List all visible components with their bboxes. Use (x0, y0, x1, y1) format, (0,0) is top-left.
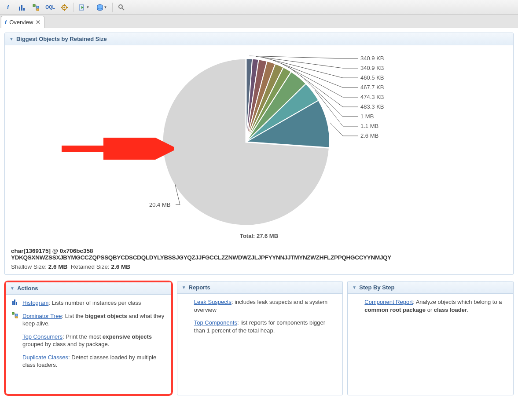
bold-text: class loader (434, 307, 467, 313)
search-icon (118, 4, 125, 11)
toolbar-query-browser-button[interactable]: ▼ (94, 2, 110, 13)
database-icon (96, 4, 103, 11)
link-component-report[interactable]: Component Report (364, 299, 413, 305)
action-dominator-tree: Dominator Tree: List the biggest objects… (11, 312, 166, 328)
retained-label: Retained Size: (71, 263, 110, 270)
toolbar-info-button[interactable]: i (2, 2, 14, 13)
collapse-icon: ▼ (9, 37, 14, 41)
link-duplicate-classes[interactable]: Duplicate Classes (22, 354, 68, 361)
panel-reports-header[interactable]: ▼ Reports (177, 281, 343, 294)
red-arrow-annotation (59, 138, 174, 160)
report-top-components: Top Components: list reports for compone… (183, 319, 338, 334)
tab-overview[interactable]: i Overview ✕ (1, 16, 44, 28)
action-histogram: Histogram: Lists number of instances per… (11, 299, 166, 307)
link-top-components[interactable]: Top Components (194, 319, 237, 326)
svg-text:20.4 MB: 20.4 MB (149, 201, 170, 208)
panel-title: Actions (17, 285, 38, 292)
shallow-value: 2.6 MB (48, 263, 68, 270)
tree-icon (12, 312, 18, 328)
chevron-down-icon: ▼ (104, 5, 107, 9)
svg-point-7 (63, 7, 65, 8)
section-header-biggest[interactable]: ▼ Biggest Objects by Retained Size (5, 33, 513, 45)
bold-text: expensive objects (103, 333, 152, 340)
section-body-biggest: 340.9 KB340.9 KB460.5 KB467.7 KB474.3 KB… (5, 45, 513, 274)
panel-step-body: Component Report: Analyze objects which … (348, 294, 513, 323)
svg-text:1 MB: 1 MB (360, 113, 374, 120)
shallow-label: Shallow Size: (11, 263, 47, 270)
svg-line-17 (122, 8, 124, 10)
svg-text:467.7 KB: 467.7 KB (360, 84, 384, 91)
close-icon[interactable]: ✕ (36, 19, 40, 26)
pie-chart-container: 340.9 KB340.9 KB460.5 KB467.7 KB474.3 KB… (11, 50, 507, 243)
svg-rect-2 (23, 8, 25, 11)
svg-rect-31 (16, 302, 17, 305)
svg-text:460.5 KB: 460.5 KB (360, 74, 384, 81)
svg-text:340.9 KB: 340.9 KB (360, 55, 384, 62)
svg-text:2.6 MB: 2.6 MB (360, 132, 378, 139)
bold-text: common root package (364, 307, 426, 313)
text: : Lists number of instances per class (48, 299, 141, 306)
object-info: char[1369175] @ 0x706bc358 YDKQSXNWZSSXJ… (11, 248, 507, 270)
text: grouped by class and by package. (22, 341, 109, 347)
toolbar-search-button[interactable] (115, 2, 128, 13)
panel-reports: ▼ Reports Leak Suspects: includes leak s… (177, 281, 343, 395)
svg-rect-29 (12, 301, 14, 305)
action-top-consumers: Top Consumers: Print the most expensive … (11, 333, 166, 348)
toolbar-settings-button[interactable] (58, 2, 70, 13)
text: . (467, 307, 469, 313)
svg-point-16 (119, 5, 122, 8)
toolbar-histogram-button[interactable] (16, 2, 28, 13)
svg-rect-33 (15, 314, 18, 316)
text: : Print the most (62, 333, 103, 340)
report-leak-suspects: Leak Suspects: includes leak suspects an… (183, 298, 338, 314)
text: : List the (62, 313, 85, 319)
collapse-icon: ▼ (182, 285, 186, 290)
link-top-consumers[interactable]: Top Consumers (22, 333, 62, 340)
bars-icon (18, 4, 26, 11)
step-component-report: Component Report: Analyze objects which … (353, 298, 508, 314)
text: or (426, 307, 434, 313)
section-title: Biggest Objects by Retained Size (16, 36, 107, 42)
toolbar: i OQL ▼ ▼ (0, 0, 518, 15)
tree-icon (33, 4, 40, 11)
content-area: ▼ Biggest Objects by Retained Size 340.9… (0, 28, 518, 400)
collapse-icon: ▼ (352, 285, 356, 290)
link-leak-suspects[interactable]: Leak Suspects (194, 299, 231, 305)
panel-actions-header[interactable]: ▼ Actions (6, 282, 171, 295)
text: : Analyze objects which belong to a (413, 299, 502, 305)
object-content-line: YDKQSXNWZSSXJBYMGCCZQPSSQBYCDSCDQLDYLYBS… (11, 254, 507, 261)
toolbar-dominator-tree-button[interactable] (30, 2, 42, 13)
svg-rect-1 (21, 5, 22, 11)
panel-reports-body: Leak Suspects: includes leak suspects an… (177, 294, 343, 344)
svg-rect-3 (33, 4, 35, 7)
run-icon (79, 4, 86, 11)
panel-actions: ▼ Actions Histogram: Lists number of ins… (4, 281, 173, 395)
object-sizes-line: Shallow Size: 2.6 MB Retained Size: 2.6 … (11, 263, 507, 270)
chevron-down-icon: ▼ (86, 5, 90, 9)
bars-icon (12, 299, 18, 307)
object-id-line: char[1369175] @ 0x706bc358 (11, 248, 507, 254)
bold-text: biggest objects (85, 313, 127, 319)
panel-title: Reports (189, 284, 210, 291)
oql-icon: OQL (45, 5, 55, 10)
svg-rect-0 (19, 7, 20, 11)
action-duplicate-classes: Duplicate Classes: Detect classes loaded… (11, 354, 166, 369)
toolbar-separator (73, 3, 73, 12)
toolbar-run-expert-button[interactable]: ▼ (76, 2, 92, 13)
panel-title: Step By Step (359, 284, 394, 291)
svg-rect-32 (12, 312, 14, 314)
toolbar-oql-button[interactable]: OQL (44, 2, 56, 13)
svg-rect-34 (15, 317, 18, 318)
chart-total-label: Total: 27.6 MB (11, 233, 507, 239)
link-histogram[interactable]: Histogram (22, 299, 48, 306)
retained-value: 2.6 MB (111, 263, 130, 270)
svg-rect-30 (14, 299, 15, 305)
collapse-icon: ▼ (10, 286, 15, 291)
tab-label: Overview (9, 19, 33, 26)
info-icon: i (5, 18, 7, 26)
link-dominator-tree[interactable]: Dominator Tree (22, 313, 62, 319)
panel-step-by-step: ▼ Step By Step Component Report: Analyze… (347, 281, 514, 395)
tab-bar: i Overview ✕ (0, 15, 518, 28)
panel-step-header[interactable]: ▼ Step By Step (348, 281, 513, 294)
section-biggest-objects: ▼ Biggest Objects by Retained Size 340.9… (4, 33, 514, 275)
